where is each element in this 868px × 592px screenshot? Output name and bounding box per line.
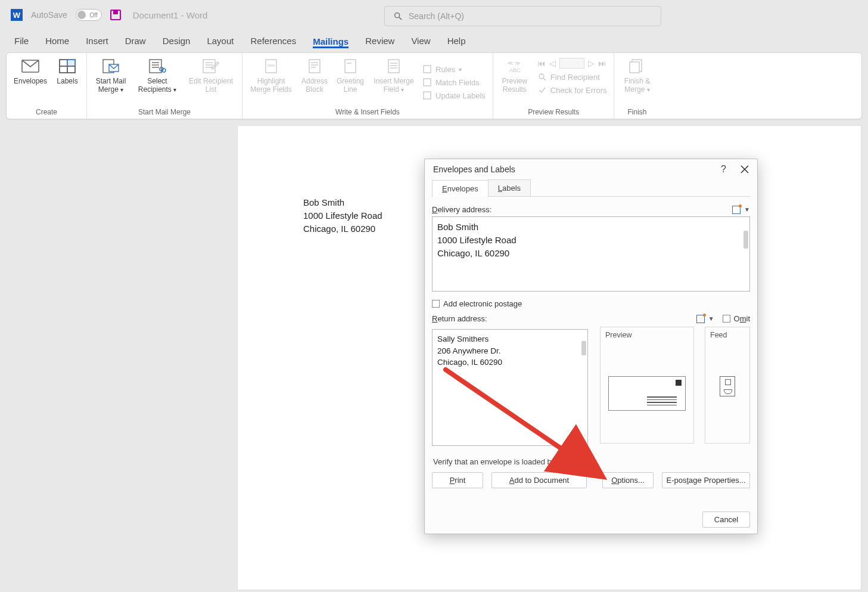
omit-checkbox[interactable]: Omit	[723, 314, 750, 323]
svg-point-0	[395, 13, 400, 18]
group-preview-results: ≪ ≫ABC Preview Results ⏮ ◁ ▷ ⏭ Find Reci…	[493, 53, 615, 119]
dialog-close-icon[interactable]	[741, 165, 749, 173]
highlight-merge-fields-button: Highlight Merge Fields	[246, 55, 296, 107]
dialog-title: Envelopes and Labels	[433, 165, 515, 174]
start-mail-merge-button[interactable]: Start Mail Merge ▾	[91, 55, 131, 107]
add-postage-label: Add electronic postage	[443, 299, 522, 308]
envelopes-button[interactable]: Envelopes	[10, 55, 51, 107]
start-mail-merge-label: Start Mail Merge ▾	[91, 77, 131, 94]
svg-rect-28	[388, 60, 399, 73]
feed-tray-icon	[720, 376, 735, 396]
epostage-properties-button[interactable]: E-postage Properties...	[662, 472, 750, 488]
document-body-text: Bob Smith 1000 Lifestyle Road Chicago, I…	[303, 196, 382, 235]
svg-rect-26	[345, 60, 356, 73]
tab-insert[interactable]: Insert	[86, 36, 108, 47]
select-recipients-button[interactable]: Select Recipients ▾	[132, 55, 182, 107]
tab-design[interactable]: Design	[163, 36, 191, 47]
feed-pane[interactable]: Feed	[705, 327, 750, 444]
greeting-line-button: Greeting Line	[333, 55, 368, 107]
check-errors-button: Check for Errors	[537, 85, 607, 95]
options-button[interactable]: Options...	[602, 472, 654, 488]
svg-text:≪  ≫: ≪ ≫	[508, 60, 520, 66]
insert-field-label: Insert Merge Field ▾	[369, 77, 419, 94]
omit-label: Omit	[734, 314, 750, 323]
tab-home[interactable]: Home	[45, 36, 69, 47]
checkbox-icon	[723, 315, 730, 323]
tab-labels[interactable]: Labels	[488, 179, 531, 196]
match-icon	[422, 78, 432, 87]
search-box[interactable]: Search (Alt+Q)	[384, 6, 661, 26]
write-small-buttons: Rules ▾ Match Fields Update Labels	[420, 55, 489, 107]
scrollbar-thumb[interactable]	[743, 231, 748, 249]
feed-pane-label: Feed	[710, 331, 727, 339]
delivery-address-book-button[interactable]: ▼	[732, 206, 750, 214]
save-icon[interactable]	[110, 10, 121, 20]
insert-field-icon	[384, 58, 403, 75]
address-block-icon	[305, 58, 324, 75]
group-write-label: Write & Insert Fields	[335, 108, 400, 116]
tab-file[interactable]: File	[14, 36, 29, 47]
svg-rect-6	[60, 66, 67, 73]
cancel-button[interactable]: Cancel	[702, 512, 750, 528]
add-electronic-postage-checkbox[interactable]: Add electronic postage	[432, 299, 750, 308]
tab-view[interactable]: View	[411, 36, 430, 47]
print-button[interactable]: Print	[432, 472, 483, 488]
return-address-label: Return address:	[432, 314, 487, 323]
svg-rect-21	[267, 64, 275, 67]
search-icon	[393, 11, 403, 21]
return-address-book-button[interactable]: ▼	[696, 315, 714, 323]
update-labels-icon	[422, 91, 432, 100]
tab-references[interactable]: References	[250, 36, 296, 47]
edit-recipient-list-button: Edit Recipient List	[183, 55, 238, 107]
verify-text: Verify that an envelope is loaded before…	[433, 457, 749, 466]
svg-rect-33	[424, 79, 431, 86]
address-book-icon	[696, 315, 705, 323]
edit-list-icon	[201, 58, 220, 75]
search-placeholder: Search (Alt+Q)	[409, 11, 464, 21]
tab-help[interactable]: Help	[447, 36, 466, 47]
envelopes-label: Envelopes	[14, 77, 47, 85]
tab-layout[interactable]: Layout	[207, 36, 234, 47]
greeting-icon	[341, 58, 360, 75]
highlight-icon	[262, 58, 281, 75]
return-address-input[interactable]	[432, 329, 588, 446]
ribbon: Envelopes Labels Create	[6, 52, 862, 119]
svg-rect-32	[424, 66, 431, 73]
record-number-input	[559, 58, 584, 69]
svg-rect-5	[67, 60, 75, 66]
labels-label: Labels	[57, 77, 77, 85]
tab-review[interactable]: Review	[365, 36, 394, 47]
mail-merge-icon	[101, 58, 120, 75]
finish-merge-label: Finish & Merge ▾	[618, 77, 656, 94]
first-record-icon: ⏮	[537, 58, 546, 68]
find-recipient-button: Find Recipient	[537, 72, 607, 82]
add-to-document-button[interactable]: Add to Document	[491, 472, 587, 488]
rules-button: Rules ▾	[422, 64, 486, 74]
group-start-mail-merge: Start Mail Merge ▾ Select Recipients ▾	[87, 53, 242, 119]
checkbox-icon	[432, 300, 440, 308]
labels-button[interactable]: Labels	[52, 55, 83, 107]
tab-draw[interactable]: Draw	[125, 36, 146, 47]
select-recipients-label: Select Recipients ▾	[132, 77, 182, 94]
tab-envelopes[interactable]: Envelopes	[432, 180, 489, 197]
dialog-help-icon[interactable]: ?	[721, 164, 726, 175]
svg-text:ABC: ABC	[509, 67, 521, 73]
preview-pane[interactable]: Preview	[600, 327, 694, 444]
find-icon	[537, 72, 547, 82]
check-icon	[537, 85, 547, 95]
scrollbar-thumb[interactable]	[581, 341, 586, 355]
edit-recipient-list-label: Edit Recipient List	[183, 77, 238, 94]
tab-mailings[interactable]: Mailings	[313, 36, 349, 48]
update-labels-button: Update Labels	[422, 91, 486, 100]
svg-line-38	[543, 78, 546, 80]
group-create: Envelopes Labels Create	[7, 53, 87, 119]
group-create-label: Create	[36, 108, 57, 116]
autosave-toggle[interactable]: Off	[76, 9, 102, 21]
envelopes-labels-dialog: Envelopes and Labels ? Envelopes Labels …	[424, 159, 758, 534]
greeting-label: Greeting Line	[333, 77, 368, 94]
word-app-icon: W	[11, 9, 23, 21]
group-finish: Finish & Merge ▾ Finish	[614, 53, 659, 119]
delivery-address-input[interactable]	[432, 216, 750, 292]
preview-results-label: Preview Results	[497, 77, 533, 94]
svg-rect-7	[67, 66, 75, 73]
